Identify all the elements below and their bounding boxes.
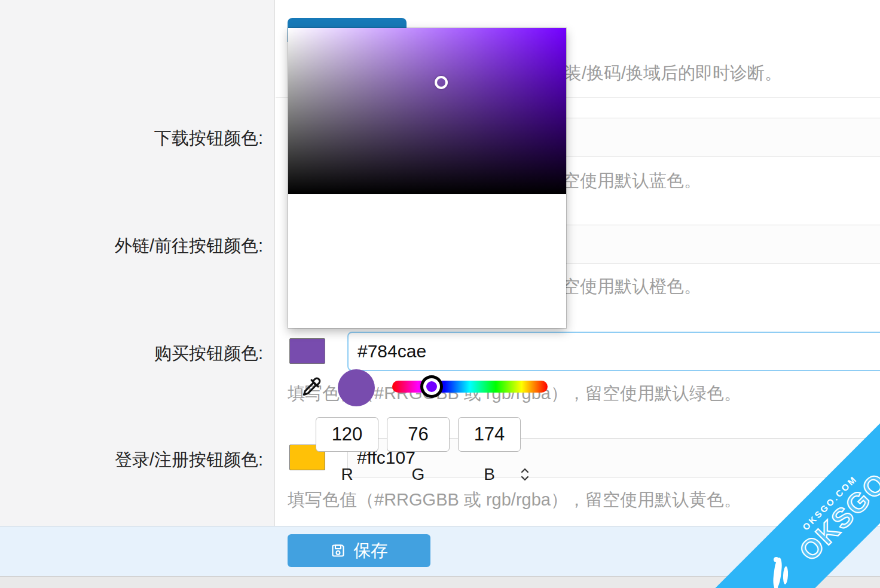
form-label-column bbox=[0, 0, 275, 526]
saturation-value-area[interactable] bbox=[288, 28, 566, 194]
red-channel-label: R bbox=[316, 465, 378, 484]
label-external-link-button-color: 外链/前往按钮颜色: bbox=[0, 234, 263, 258]
green-channel-label: G bbox=[387, 465, 450, 484]
current-color-swatch bbox=[338, 369, 375, 406]
label-buy-button-color: 购买按钮颜色: bbox=[0, 342, 263, 366]
label-download-button-color: 下载按钮颜色: bbox=[0, 127, 263, 151]
save-button[interactable]: 保存 bbox=[288, 534, 430, 567]
buy-color-input[interactable] bbox=[347, 332, 880, 371]
diagnostic-note-text: 装/换码/换域后的即时诊断。 bbox=[564, 62, 782, 85]
green-value-input[interactable] bbox=[387, 417, 450, 452]
login-color-helper: 填写色值（#RRGGBB 或 rgb/rgba），留空使用默认黄色。 bbox=[288, 488, 741, 512]
external-color-helper: 空使用默认橙色。 bbox=[563, 275, 701, 299]
saturation-black-gradient bbox=[288, 28, 566, 194]
label-login-register-button-color: 登录/注册按钮颜色: bbox=[0, 448, 263, 472]
hue-slider-handle[interactable] bbox=[423, 378, 440, 395]
save-button-label: 保存 bbox=[353, 539, 388, 563]
download-color-helper: 空使用默认蓝色。 bbox=[563, 169, 701, 193]
hue-slider[interactable] bbox=[392, 381, 548, 393]
save-icon bbox=[330, 543, 346, 559]
red-value-input[interactable] bbox=[316, 417, 378, 452]
eyedropper-icon[interactable] bbox=[299, 373, 325, 400]
buy-color-swatch[interactable] bbox=[289, 338, 325, 364]
format-toggle-icon[interactable] bbox=[518, 467, 532, 482]
saturation-cursor[interactable] bbox=[435, 76, 448, 89]
blue-value-input[interactable] bbox=[458, 417, 521, 452]
color-picker-popup: R G B bbox=[288, 28, 566, 328]
blue-channel-label: B bbox=[458, 465, 521, 484]
